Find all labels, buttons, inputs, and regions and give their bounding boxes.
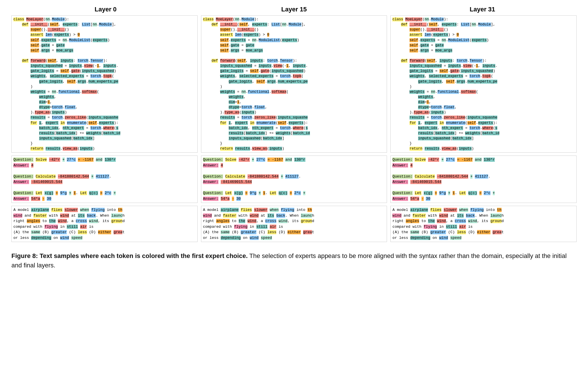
code-box-0: class MoeLayer(nn.Module): def __init__(… xyxy=(11,15,198,153)
three-columns: class MoeLayer(nn.Module): def __init__(… xyxy=(11,15,577,242)
text-box-0: A model airplane flies slower when flyin… xyxy=(11,206,198,242)
columns-header: Layer 0 Layer 15 Layer 31 xyxy=(11,6,577,13)
text-box-15: A model airplane flies slower when flyin… xyxy=(201,206,387,242)
column-15: class MoeLayer(nn.Module): def __init__(… xyxy=(201,15,387,242)
qa-box-31: Question: Solve -42*r + 27*c = -1167 and… xyxy=(390,156,577,203)
main-container: Layer 0 Layer 15 Layer 31 class MoeLayer… xyxy=(11,6,577,270)
code-box-31: class MoeLayer(nn.Module): def __init__(… xyxy=(390,15,577,153)
column-0: class MoeLayer(nn.Module): def __init__(… xyxy=(11,15,198,242)
code-box-15: class MoeLayer(nn.Module): def __init__(… xyxy=(201,15,387,153)
figure-caption: Figure 8: Text samples where each token … xyxy=(11,251,576,270)
figure-caption-bold: Figure 8: Text samples where each token … xyxy=(11,252,248,259)
qa-box-0: Question: Solve -42*r + 27*c = -1167 and… xyxy=(11,156,198,203)
layer0-header: Layer 0 xyxy=(11,6,200,13)
qa-box-15: Question: Solve -42*r + 27*c = -1167 and… xyxy=(201,156,387,203)
text-box-31: A model airplane flies slower when flyin… xyxy=(390,206,577,242)
column-31: class MoeLayer(nn.Module): def __init__(… xyxy=(390,15,577,242)
layer15-header: Layer 15 xyxy=(200,6,388,13)
layer31-header: Layer 31 xyxy=(388,6,577,13)
